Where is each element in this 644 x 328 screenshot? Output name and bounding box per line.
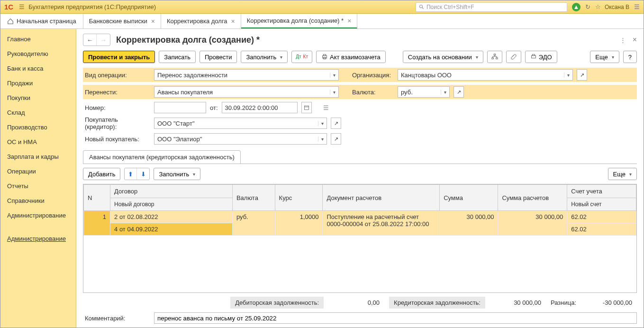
hamburger-icon[interactable]: ☰ [19,3,25,10]
col-contract[interactable]: Договор [110,185,233,198]
col-doc[interactable]: Документ расчетов [323,185,440,211]
buyer-field[interactable]: ООО "Старт" [154,118,327,129]
star-icon[interactable]: ☆ [595,3,601,10]
attach-button[interactable] [506,51,521,63]
logo-1c: 1C [4,3,13,11]
sidebar-item-main[interactable]: Главное [0,32,76,46]
nav-forward-button: → [97,34,110,46]
col-sum-calc[interactable]: Сумма расчетов [498,185,567,211]
move-up-button[interactable]: ⬆ [125,168,137,180]
post-button[interactable]: Провести [200,51,237,63]
cred-value: 30 000,00 [489,297,546,309]
comment-field[interactable] [154,312,637,324]
sidebar-item-production[interactable]: Производство [0,120,76,135]
close-page-button[interactable]: × [633,36,637,44]
op-type-label: Вид операции: [83,72,150,79]
sidebar-item-operations[interactable]: Операции [0,164,76,179]
org-field[interactable]: Канцтовары ООО [398,69,573,81]
comment-label: Комментарий: [83,315,150,322]
search-icon [419,4,425,10]
move-field[interactable]: Авансы покупателя [154,86,339,98]
fill-button[interactable]: Заполнить [241,51,288,63]
col-n[interactable]: N [84,185,110,211]
sidebar-item-manager[interactable]: Руководителю [0,46,76,61]
col-currency[interactable]: Валюта [232,185,275,211]
act-button[interactable]: Акт взаимозачета [316,51,386,63]
menu-icon[interactable]: ☰ [634,3,640,10]
sidebar-item-admin[interactable]: Администрирование [0,208,76,223]
user-name[interactable]: Оксана В [605,4,629,10]
new-buyer-open-button[interactable]: ↗ [331,133,341,145]
sidebar-item-reports[interactable]: Отчеты [0,179,76,193]
sidebar-item-catalogs[interactable]: Справочники [0,193,76,208]
col-rate[interactable]: Курс [275,185,323,211]
org-label: Организация: [352,72,394,79]
tab-debt-correction[interactable]: Корректировка долга × [161,14,241,28]
sidebar-item-purchases[interactable]: Покупки [0,91,76,105]
create-based-button[interactable]: Создать на основании [403,51,483,63]
subtab-advances[interactable]: Авансы покупателя (кредиторская задолжен… [83,150,241,164]
new-buyer-field[interactable]: ООО "Элатиор" [154,133,327,145]
move-down-button[interactable]: ⬇ [137,168,149,180]
date-field[interactable]: 30.09.2022 0:00:00 [222,102,298,113]
calendar-button[interactable] [301,102,312,113]
page-title: Корректировка долга (создание) * [116,35,260,45]
deb-value: 0,00 [327,297,384,309]
col-new-contract[interactable]: Новый договор [110,198,233,211]
print-icon [321,54,328,60]
history-icon[interactable]: ↻ [585,3,590,10]
svg-line-1 [422,7,424,9]
cred-label: Кредиторская задолженность: [389,297,485,309]
sidebar-item-salary[interactable]: Зарплата и кадры [0,149,76,164]
structure-button[interactable] [487,51,502,63]
search-input[interactable]: Поиск Ctrl+Shift+F [416,2,567,12]
close-icon[interactable]: × [347,17,351,25]
fill-rows-button[interactable]: Заполнить [154,168,200,180]
post-and-close-button[interactable]: Провести и закрыть [83,51,155,63]
edo-button[interactable]: ЭДО [525,51,557,63]
help-button[interactable]: ? [623,51,637,63]
deb-label: Дебиторская задолженность: [230,297,324,309]
bell-icon[interactable]: ▲ [572,3,581,11]
currency-open-button[interactable]: ↗ [454,86,464,98]
op-type-field[interactable]: Перенос задолженности [154,69,339,81]
currency-label: Валюта: [352,89,394,96]
kebab-icon[interactable]: ⋮ [620,36,626,44]
sidebar-item-warehouse[interactable]: Склад [0,105,76,120]
sidebar-item-admin-link[interactable]: Администрирование [0,231,76,246]
add-row-button[interactable]: Добавить [83,168,120,180]
number-field[interactable] [154,102,206,113]
tab-bank-statements[interactable]: Банковские выписки × [83,14,161,28]
write-button[interactable]: Записать [159,51,196,63]
list-icon[interactable]: ☰ [323,104,329,111]
more-rows-button[interactable]: Еще [608,168,637,180]
tab-debt-correction-create[interactable]: Корректировка долга (создание) * × [241,14,358,28]
close-icon[interactable]: × [231,18,235,25]
sidebar-item-bank[interactable]: Банк и касса [0,61,76,76]
nav-back-button[interactable]: ← [83,34,97,46]
more-button[interactable]: Еще [590,51,619,63]
col-account[interactable]: Счет учета [567,185,636,198]
svg-rect-7 [496,58,498,59]
svg-point-0 [419,5,422,8]
dtkt-button[interactable]: ДтКт [291,51,312,63]
home-icon [7,18,14,25]
svg-rect-13 [532,55,535,56]
svg-rect-5 [494,54,496,55]
col-sum[interactable]: Сумма [440,185,498,211]
table-row[interactable]: 1 2 от 02.08.2022 руб. 1,0000 Поступлени… [84,211,636,223]
number-label: Номер: [83,104,150,111]
svg-rect-14 [304,106,308,109]
move-label: Перенести: [83,89,150,96]
rows-table[interactable]: N Договор Валюта Курс Документ расчетов … [83,184,636,236]
col-new-account[interactable]: Новый счет [567,198,636,211]
currency-field[interactable]: руб. [398,86,450,98]
tab-home[interactable]: Начальная страница [0,14,83,28]
sidebar-item-sales[interactable]: Продажи [0,76,76,91]
sidebar-item-os-nma[interactable]: ОС и НМА [0,135,76,149]
close-icon[interactable]: × [151,18,155,25]
buyer-label: Покупатель (кредитор): [83,116,150,130]
diff-value: -30 000,00 [580,297,637,309]
buyer-open-button[interactable]: ↗ [331,118,341,129]
org-open-button[interactable]: ↗ [577,69,587,81]
